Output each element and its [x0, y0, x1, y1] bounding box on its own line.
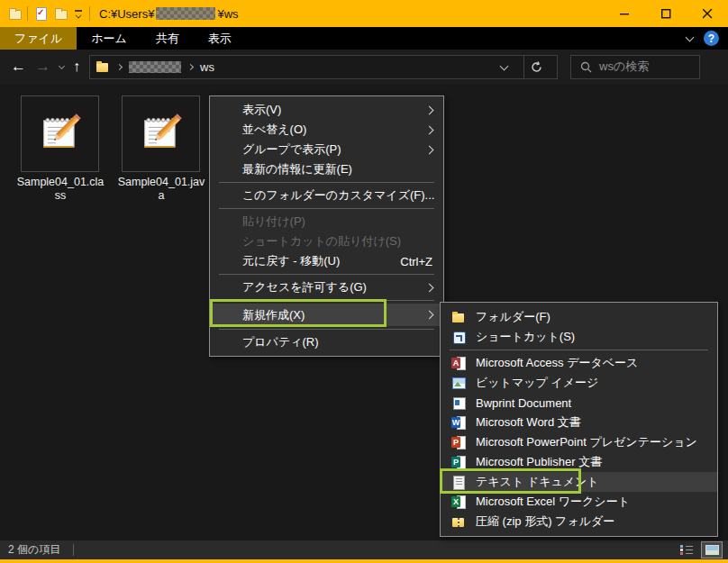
- quick-access-toolbar: [0, 6, 90, 21]
- details-view-icon: [680, 545, 693, 555]
- menu-item-undo-move[interactable]: 元に戻す - 移動(U)Ctrl+Z: [210, 251, 443, 271]
- menu-separator: [219, 300, 434, 301]
- search-placeholder: wsの検索: [599, 59, 649, 75]
- menu-item-customize-folder[interactable]: このフォルダーのカスタマイズ(F)...: [210, 186, 443, 205]
- tab-view[interactable]: 表示: [194, 27, 246, 50]
- menu-item-give-access[interactable]: アクセスを許可する(G): [210, 277, 443, 297]
- thumbnails-view-icon: [705, 545, 719, 555]
- maximize-button[interactable]: [645, 0, 687, 27]
- close-button[interactable]: [687, 0, 728, 27]
- breadcrumb-segment-ws[interactable]: ws: [200, 60, 214, 74]
- menu-separator: [450, 350, 708, 350]
- menu-separator: [219, 182, 434, 183]
- status-bar: 2 個の項目: [0, 540, 728, 559]
- search-input[interactable]: wsの検索: [570, 55, 700, 79]
- submenu-item-word-document[interactable]: Microsoft Word 文書: [441, 413, 717, 432]
- submenu-arrow-icon: [425, 125, 434, 134]
- address-bar[interactable]: ws: [89, 55, 558, 79]
- submenu-item-zip-folder[interactable]: 圧縮 (zip 形式) フォルダー: [441, 512, 717, 531]
- address-dropdown-chevron-icon[interactable]: [500, 61, 509, 70]
- details-view-button[interactable]: [676, 541, 697, 558]
- ribbon-tab-bar: ファイル ホーム 共有 表示 ?: [0, 27, 728, 50]
- file-name-label[interactable]: Sample04_01.class: [15, 176, 105, 203]
- path-prefix: C:¥Users¥: [99, 7, 154, 21]
- thumbnails-view-button[interactable]: [701, 541, 723, 558]
- menu-separator: [219, 208, 434, 209]
- refresh-icon[interactable]: [523, 56, 548, 78]
- submenu-arrow-icon: [425, 283, 434, 292]
- submenu-item-folder[interactable]: フォルダー(F): [441, 307, 717, 327]
- menu-item-sort-by[interactable]: 並べ替え(O): [210, 120, 443, 140]
- menu-item-view[interactable]: 表示(V): [210, 100, 443, 120]
- shortcut-icon: [451, 330, 466, 344]
- forward-button[interactable]: →: [35, 58, 50, 76]
- menu-separator: [219, 329, 434, 330]
- submenu-arrow-icon: [425, 311, 434, 320]
- publisher-icon: [451, 455, 466, 469]
- menu-item-group-by[interactable]: グループで表示(P): [210, 140, 443, 159]
- submenu-item-bwprint-document[interactable]: Bwprint Document: [441, 393, 717, 413]
- menu-separator: [219, 274, 434, 275]
- path-suffix: ¥ws: [217, 7, 238, 21]
- menu-item-refresh[interactable]: 最新の情報に更新(E): [210, 159, 443, 179]
- search-icon: [580, 61, 592, 73]
- blurred-breadcrumb-segment[interactable]: [129, 61, 181, 73]
- breadcrumb-separator-icon: [187, 63, 194, 69]
- blurred-username: [156, 7, 215, 20]
- up-button[interactable]: ↑: [73, 59, 80, 75]
- breadcrumb-separator-icon: [116, 63, 123, 69]
- explorer-window: C:¥Users¥ ¥ws ファイル ホーム 共有 表示 ? ← → ↑: [0, 0, 728, 563]
- submenu-item-bitmap-image[interactable]: ビットマップ イメージ: [441, 373, 717, 393]
- help-icon[interactable]: ?: [704, 31, 719, 46]
- file-name-label[interactable]: Sample04_01.java: [116, 176, 206, 203]
- submenu-item-excel-worksheet[interactable]: Microsoft Excel ワークシート: [441, 492, 717, 512]
- item-count-label: 2 個の項目: [8, 542, 60, 558]
- file-item-class[interactable]: [21, 95, 99, 172]
- access-icon: [451, 356, 466, 370]
- tab-file[interactable]: ファイル: [0, 27, 77, 50]
- tab-home[interactable]: ホーム: [77, 27, 141, 50]
- title-bar: C:¥Users¥ ¥ws: [0, 0, 728, 27]
- text-document-icon: [451, 475, 466, 489]
- powerpoint-icon: [451, 435, 466, 449]
- divider: [73, 544, 74, 556]
- notepad-icon: [37, 111, 84, 158]
- recent-locations-chevron-icon[interactable]: [59, 62, 65, 68]
- zip-folder-icon: [451, 514, 466, 529]
- window-title: C:¥Users¥ ¥ws: [99, 7, 239, 21]
- bwprint-icon: [451, 395, 466, 410]
- submenu-arrow-icon: [425, 145, 434, 154]
- submenu-item-publisher-document[interactable]: Microsoft Publisher 文書: [441, 452, 717, 472]
- submenu-item-powerpoint-presentation[interactable]: Microsoft PowerPoint プレゼンテーション: [441, 432, 717, 452]
- menu-item-new[interactable]: 新規作成(X): [210, 304, 443, 326]
- context-menu: 表示(V) 並べ替え(O) グループで表示(P) 最新の情報に更新(E) このフ…: [209, 95, 444, 357]
- expand-ribbon-chevron-icon[interactable]: [686, 32, 695, 41]
- bitmap-image-icon: [451, 376, 466, 390]
- menu-item-properties[interactable]: プロパティ(R): [210, 332, 443, 352]
- excel-icon: [451, 495, 466, 509]
- submenu-item-text-document[interactable]: テキスト ドキュメント: [441, 472, 717, 492]
- submenu-item-access-database[interactable]: Microsoft Access データベース: [441, 353, 717, 373]
- folder-icon[interactable]: [7, 6, 22, 21]
- divider: [27, 6, 28, 21]
- menu-item-paste-shortcut: ショートカットの貼り付け(S): [210, 232, 443, 251]
- navigation-bar: ← → ↑ ws wsの検索: [0, 50, 728, 84]
- file-item-java[interactable]: [122, 95, 200, 172]
- back-button[interactable]: ←: [11, 58, 26, 76]
- divider: [89, 6, 90, 21]
- new-submenu: フォルダー(F) ショートカット(S) Microsoft Access データ…: [440, 302, 718, 537]
- word-icon: [451, 415, 466, 430]
- new-folder-icon[interactable]: [53, 6, 68, 21]
- tab-share[interactable]: 共有: [141, 27, 194, 50]
- menu-item-paste: 貼り付け(P): [210, 212, 443, 232]
- folder-icon: [96, 59, 110, 74]
- notepad-icon: [138, 111, 185, 158]
- submenu-item-shortcut[interactable]: ショートカット(S): [441, 327, 717, 347]
- minimize-button[interactable]: [604, 0, 645, 27]
- window-bottom-accent-border: [0, 559, 728, 563]
- folder-icon: [451, 310, 466, 324]
- shortcut-label: Ctrl+Z: [400, 255, 432, 268]
- window-controls: [604, 0, 728, 27]
- properties-icon[interactable]: [33, 6, 48, 21]
- customize-toolbar-chevron-icon[interactable]: [73, 10, 84, 18]
